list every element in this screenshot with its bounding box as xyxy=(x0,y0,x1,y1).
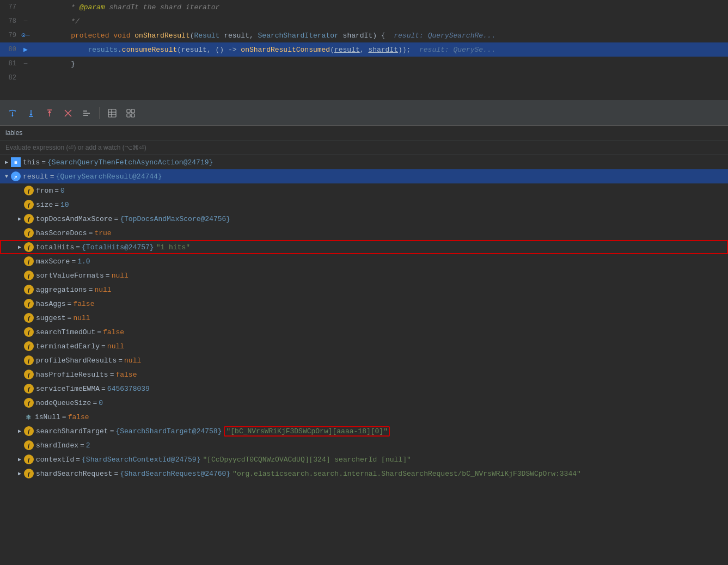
var-name-searchShardTarget: searchShardTarget xyxy=(36,427,108,435)
restore-layout-button[interactable] xyxy=(124,106,138,120)
hasProfileResults-icon: f xyxy=(24,370,34,379)
expand-topDocsAndMaxScore[interactable]: ▶ xyxy=(15,214,24,223)
code-content-79: protected void onShardResult(Result resu… xyxy=(30,32,495,40)
var-row-serviceTimeEWMA[interactable]: f serviceTimeEWMA = 6456378039 xyxy=(0,382,728,396)
svg-rect-18 xyxy=(127,109,130,113)
var-name-this: this xyxy=(23,158,40,167)
line-number-80: 80 xyxy=(0,46,21,53)
var-row-sortValueFormats[interactable]: f sortValueFormats = null xyxy=(0,268,728,282)
var-value-shardSearchRequest-wrapper: "org.elasticsearch.search.internal.Shard… xyxy=(233,470,581,478)
var-row-contextId[interactable]: ▶ f contextId = {ShardSearchContextId@24… xyxy=(0,452,728,466)
var-name-hasScoreDocs: hasScoreDocs xyxy=(36,229,87,237)
var-row-totalHits[interactable]: ▶ f totalHits = {TotalHits@24757} "1 hit… xyxy=(0,240,728,254)
var-name-totalHits: totalHits xyxy=(36,243,74,251)
force-run-button[interactable] xyxy=(61,106,75,120)
var-type-this: {SearchQueryThenFetchAsyncAction@24719} xyxy=(47,158,213,167)
var-value-isNull: false xyxy=(68,413,89,421)
expand-totalHits[interactable]: ▶ xyxy=(15,243,24,251)
maxScore-icon: f xyxy=(24,256,34,266)
result-icon: p xyxy=(11,171,21,181)
var-eq-totalHits: = xyxy=(76,243,80,251)
variables-panel: iables Evaluate expression (⏎) or add a … xyxy=(0,126,728,565)
var-eq-isNull: = xyxy=(62,413,66,421)
var-name-profileShardResults: profileShardResults xyxy=(36,357,117,365)
var-row-profileShardResults[interactable]: f profileShardResults = null xyxy=(0,353,728,367)
this-icon: ≡ xyxy=(11,157,21,167)
suggest-icon: f xyxy=(24,313,34,323)
svg-rect-21 xyxy=(131,114,134,117)
var-type-shardSearchRequest: {ShardSearchRequest@24760} xyxy=(120,470,230,478)
var-row-aggregations[interactable]: f aggregations = null xyxy=(0,282,728,297)
var-eq-shardSearchRequest: = xyxy=(114,470,118,478)
var-row-from[interactable]: f from = 0 xyxy=(0,183,728,198)
var-eq-aggregations: = xyxy=(89,286,93,294)
var-value-totalHits: "1 hits" xyxy=(156,243,190,251)
var-value-shardSearchRequest: "org.elasticsearch.search.internal.Shard… xyxy=(233,470,581,478)
var-eq-serviceTimeEWMA: = xyxy=(101,385,106,393)
profileShardResults-icon: f xyxy=(24,355,34,365)
gutter-80: ▶ xyxy=(21,45,30,54)
step-over-button[interactable] xyxy=(5,106,20,120)
var-row-hasProfileResults[interactable]: f hasProfileResults = false xyxy=(0,367,728,382)
var-eq-hasScoreDocs: = xyxy=(89,229,93,237)
eval-bar[interactable]: Evaluate expression (⏎) or add a watch (… xyxy=(0,140,728,155)
var-row-shardSearchRequest[interactable]: ▶ f shardSearchRequest = {ShardSearchReq… xyxy=(0,466,728,481)
shardIndex-icon: f xyxy=(24,440,34,450)
var-row-searchShardTarget[interactable]: ▶ f searchShardTarget = {SearchShardTarg… xyxy=(0,424,728,438)
expand-this[interactable]: ▶ xyxy=(2,158,11,167)
debug-icon-79: ⊙ xyxy=(21,31,26,40)
var-row-terminatedEarly[interactable]: f terminatedEarly = null xyxy=(0,339,728,353)
code-line-80: 80 ▶ results.consumeResult(result, () ->… xyxy=(0,42,728,57)
hasAggs-icon: f xyxy=(24,299,34,309)
var-name-shardSearchRequest: shardSearchRequest xyxy=(36,470,112,478)
code-line-79: 79 ⊙ ─ protected void onShardResult(Resu… xyxy=(0,28,728,42)
size-icon: f xyxy=(24,200,34,210)
var-row-hasScoreDocs[interactable]: f hasScoreDocs = true xyxy=(0,226,728,240)
sortValueFormats-icon: f xyxy=(24,271,34,280)
var-row-hasAggs[interactable]: f hasAggs = false xyxy=(0,297,728,311)
step-into-button[interactable] xyxy=(24,106,38,120)
gutter-81: ─ xyxy=(21,60,30,67)
var-name-aggregations: aggregations xyxy=(36,286,87,294)
expand-result[interactable]: ▼ xyxy=(2,172,11,181)
var-name-isNull: isNull xyxy=(35,413,60,421)
var-row-isNull[interactable]: ❄ isNull = false xyxy=(0,410,728,424)
svg-rect-20 xyxy=(127,114,130,117)
from-icon: f xyxy=(24,186,34,195)
var-row-shardIndex[interactable]: f shardIndex = 2 xyxy=(0,438,728,452)
var-eq-suggest: = xyxy=(68,314,72,322)
isNull-icon: ❄ xyxy=(24,413,33,421)
var-value-searchTimedOut: false xyxy=(103,328,124,336)
var-name-contextId: contextId xyxy=(36,456,74,464)
var-row-maxScore[interactable]: f maxScore = 1.0 xyxy=(0,254,728,268)
var-value-sortValueFormats: null xyxy=(112,272,129,280)
var-row-result[interactable]: ▼ p result = {QuerySearchResult@24744} xyxy=(0,169,728,183)
code-line-77: 77 * @param shardIt the shard iterator xyxy=(0,0,728,14)
expand-searchShardTarget[interactable]: ▶ xyxy=(15,427,24,435)
var-row-topDocsAndMaxScore[interactable]: ▶ f topDocsAndMaxScore = {TopDocsAndMaxS… xyxy=(0,212,728,226)
line-number-78: 78 xyxy=(0,17,21,25)
var-row-searchTimedOut[interactable]: f searchTimedOut = false xyxy=(0,325,728,339)
var-eq-searchShardTarget: = xyxy=(110,427,114,435)
var-name-size: size xyxy=(36,201,53,209)
var-value-nodeQueueSize: 0 xyxy=(99,399,103,407)
line-number-82: 82 xyxy=(0,74,21,82)
var-name-serviceTimeEWMA: serviceTimeEWMA xyxy=(36,385,100,393)
var-row-nodeQueueSize[interactable]: f nodeQueueSize = 0 xyxy=(0,396,728,410)
expand-shardSearchRequest[interactable]: ▶ xyxy=(15,469,24,478)
bookmark-dash-79: ─ xyxy=(26,32,30,39)
var-row-suggest[interactable]: f suggest = null xyxy=(0,311,728,325)
var-name-suggest: suggest xyxy=(36,314,66,322)
searchTimedOut-icon: f xyxy=(24,327,34,337)
step-out-button[interactable] xyxy=(42,106,57,120)
var-row-this[interactable]: ▶ ≡ this = {SearchQueryThenFetchAsyncAct… xyxy=(0,155,728,169)
debug-toolbar xyxy=(0,101,728,126)
evaluate-button[interactable] xyxy=(79,106,94,120)
topDocsAndMaxScore-icon: f xyxy=(24,214,34,224)
var-name-from: from xyxy=(36,187,53,195)
bookmark-81: ─ xyxy=(24,60,28,67)
expand-contextId[interactable]: ▶ xyxy=(15,455,24,464)
var-value-aggregations: null xyxy=(94,286,111,294)
var-row-size[interactable]: f size = 10 xyxy=(0,198,728,212)
table-view-button[interactable] xyxy=(105,106,119,120)
